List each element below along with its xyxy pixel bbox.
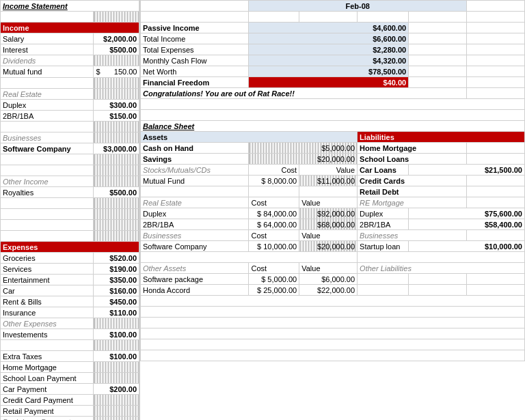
balance-sheet-title: Balance Sheet: [143, 122, 194, 130]
duplex-value: $300.00: [94, 100, 139, 111]
r2c2: [249, 12, 299, 23]
stripe11: [94, 231, 139, 242]
car-loans-value: $21,500.00: [409, 165, 525, 176]
services-value: $190.00: [94, 264, 139, 275]
stripe1: [94, 78, 139, 89]
empty8: [1, 231, 94, 242]
r26c6: [467, 274, 525, 285]
empty6: [1, 209, 94, 220]
services-label: Services: [1, 264, 94, 275]
r26c5: [409, 274, 467, 285]
mutual-fund-bs-label: Mutual Fund: [141, 176, 249, 186]
stripe2: [94, 89, 139, 100]
insurance-label: Insurance: [1, 307, 94, 318]
r17c6: [467, 176, 525, 186]
r2c6: [467, 12, 525, 23]
stripe12: [94, 318, 139, 329]
r3c6: [467, 23, 525, 33]
total-expenses-value: $2,280.00: [249, 44, 409, 55]
re-cost-hdr: Cost: [249, 197, 299, 208]
r7c5: [409, 66, 467, 77]
r2c3: [299, 12, 358, 23]
net-worth-value: $78,500.00: [249, 66, 409, 77]
stripe16: [94, 395, 139, 406]
income-statement-title: Income Statement: [1, 1, 139, 12]
stripe14: [94, 362, 139, 373]
retail-debt-label: Retail Debt: [358, 186, 467, 197]
startup-loan-bs-label: Startup loan: [358, 241, 409, 252]
car-label: Car: [1, 285, 94, 296]
software-bs-value: $20,000.00: [299, 241, 358, 252]
r6c5: [409, 55, 467, 66]
entertainment-label: Entertainment: [1, 275, 94, 285]
honda-value: $22,000.00: [299, 285, 358, 296]
cash-on-hand-value: $5,000.00: [249, 143, 358, 154]
duplex-bs-label: Duplex: [141, 208, 249, 219]
stripe3: [94, 122, 139, 132]
empty2: [1, 122, 94, 132]
r18c1: [141, 186, 249, 197]
passive-income-value: $4,600.00: [249, 23, 409, 33]
rent-label: Rent & Bills: [1, 296, 94, 307]
biz-value-hdr: Value: [299, 230, 358, 241]
home-mortgage-label: Home Mortgage: [1, 362, 94, 373]
expenses-header: Expenses: [1, 242, 139, 253]
r31: [141, 328, 525, 339]
software-company-value: $3,000.00: [94, 143, 139, 154]
bank-loan-label: Bank Loan Payments: [1, 417, 94, 421]
biz-bs-label: Businesses: [141, 230, 249, 241]
car-loans-label: Car Loans: [358, 165, 409, 176]
financial-freedom-label: Financial Freedom: [141, 77, 249, 88]
r1c6: [467, 1, 525, 12]
r10: [141, 99, 525, 110]
software-company-label: Software Company: [1, 143, 94, 154]
liabilities-header: Liabilities: [358, 132, 525, 143]
businesses-label: Businesses: [1, 132, 94, 143]
empty3: [1, 154, 94, 165]
r26c4: [358, 274, 409, 285]
stripe10: [94, 220, 139, 231]
total-income-label: Total Income: [141, 33, 249, 44]
car-payment-value: $200.00: [94, 384, 139, 395]
r5c5: [409, 44, 467, 55]
passive-income-label: Passive Income: [141, 23, 249, 33]
groceries-label: Groceries: [1, 253, 94, 264]
r14c6: [467, 143, 525, 154]
total-expenses-label: Total Expenses: [141, 44, 249, 55]
stripe15: [94, 373, 139, 384]
r8c6: [467, 77, 525, 88]
honda-accord-label: Honda Accord: [141, 285, 249, 296]
school-loan-label: School Loan Payment: [1, 373, 94, 384]
car-value: $160.00: [94, 285, 139, 296]
feb-header: Feb-08: [249, 1, 467, 12]
stocks-cost-hdr: Cost: [249, 165, 299, 176]
salary-label: Salary: [1, 33, 94, 44]
mutual-fund-label: Mutual fund: [1, 66, 94, 78]
r27c6: [467, 285, 525, 296]
mf-cost-val: 8,000.00: [267, 177, 297, 185]
monthly-cashflow-value: $4,320.00: [249, 55, 409, 66]
software-bs-label: Software Company: [141, 241, 249, 252]
spreadsheet-container: Income Statement Income Salary $2,000.00: [0, 0, 525, 420]
insurance-value: $110.00: [94, 307, 139, 318]
stripe13: [94, 340, 139, 351]
two-br-bs-label: 2BR/1BA: [141, 219, 249, 230]
duplex-liab-label: Duplex: [358, 208, 409, 219]
r4c6: [467, 33, 525, 44]
empty4: [1, 165, 94, 176]
two-br-label: 2BR/1BA: [1, 111, 94, 122]
r2c5: [409, 12, 467, 23]
real-estate-label: Real Estate: [1, 89, 94, 100]
duplex-cost: $ 84,000.00: [249, 208, 299, 219]
right-table: Feb-08 Passive Income $4,600.00: [140, 0, 525, 361]
financial-freedom-value: $40.00: [249, 77, 409, 88]
mutual-fund-cost: $ 8,000.00: [249, 176, 299, 186]
empty1: [1, 78, 94, 89]
r11: [141, 110, 525, 121]
interest-value: $500.00: [94, 44, 139, 55]
credit-cards-label: Credit Cards: [358, 176, 467, 186]
r9c6: [467, 88, 525, 99]
software-pkg-value: $6,000.00: [299, 274, 358, 285]
entertainment-value: $350.00: [94, 275, 139, 285]
other-assets-label: Other Assets: [141, 263, 249, 274]
